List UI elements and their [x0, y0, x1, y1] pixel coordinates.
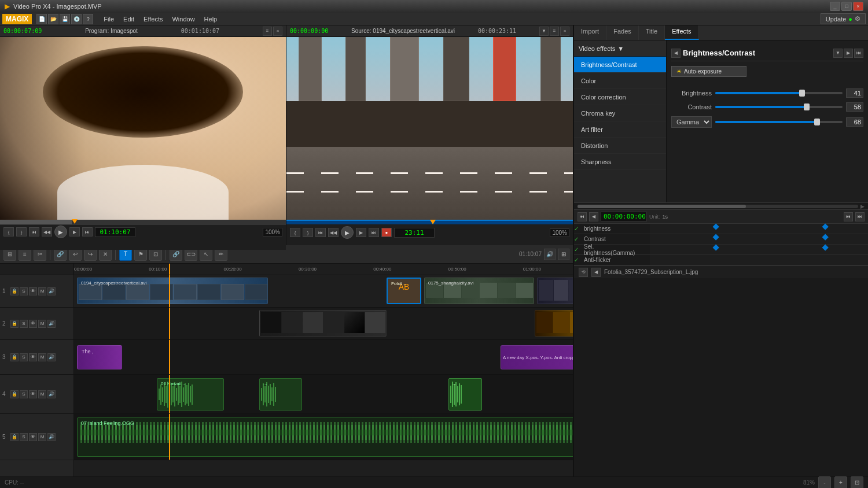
- prog-next-clip[interactable]: ⏭: [82, 227, 93, 236]
- clip-escalator[interactable]: [259, 310, 387, 337]
- src-next-frame[interactable]: ▶: [356, 228, 366, 237]
- track3-lock[interactable]: 🔒: [10, 353, 19, 361]
- tab-import[interactable]: Import: [574, 25, 606, 40]
- menu-edit[interactable]: Edit: [119, 14, 139, 24]
- bc-play-btn[interactable]: ▶: [844, 49, 853, 58]
- update-button[interactable]: Update ● ⚙: [821, 13, 866, 24]
- prog-next-frame[interactable]: ▶: [69, 227, 80, 236]
- track3-M[interactable]: M: [38, 353, 46, 361]
- open-icon[interactable]: 📂: [48, 14, 58, 24]
- track5-lock[interactable]: 🔒: [10, 433, 19, 441]
- track5-M[interactable]: M: [38, 433, 46, 441]
- effects-scrollbar[interactable]: ▶: [574, 202, 868, 209]
- eff-color-correction[interactable]: Color correction: [574, 89, 666, 105]
- source-arrow-btn[interactable]: ▼: [539, 27, 549, 36]
- eff-art-filter[interactable]: Art filter: [574, 121, 666, 138]
- track2-audio[interactable]: 🔊: [47, 320, 56, 328]
- auto-exposure-button[interactable]: ☀ Auto-exposure: [671, 66, 746, 77]
- clip-airport[interactable]: [535, 310, 573, 337]
- tab-fades[interactable]: Fades: [606, 25, 639, 40]
- clip-audio-3[interactable]: ...: [448, 378, 482, 411]
- kf-diamond-2[interactable]: [822, 224, 828, 230]
- prog-rev[interactable]: ◀◀: [42, 227, 52, 236]
- clip-title-the[interactable]: The ,: [77, 345, 122, 369]
- src-record[interactable]: ●: [381, 228, 392, 237]
- clip-0175b[interactable]: [537, 278, 573, 304]
- program-play-button[interactable]: ▶: [54, 225, 67, 238]
- tab-effects[interactable]: Effects: [665, 25, 698, 40]
- track4-lock[interactable]: 🔒: [10, 390, 19, 398]
- kf-diamond-6[interactable]: [822, 245, 828, 251]
- track4-S[interactable]: S: [20, 390, 28, 398]
- track2-eye[interactable]: 👁: [29, 320, 37, 328]
- src-next-clip[interactable]: ⏭: [369, 228, 379, 237]
- track5-S[interactable]: S: [20, 433, 28, 441]
- clip-fotoli[interactable]: Fotoli... AB: [387, 278, 421, 304]
- src-tc-end[interactable]: }: [303, 228, 313, 237]
- contrast-slider[interactable]: [715, 106, 843, 108]
- track2-S[interactable]: S: [20, 320, 28, 328]
- track1-eye[interactable]: 👁: [29, 287, 37, 295]
- kf-next-keyframe[interactable]: ⏭: [855, 212, 865, 221]
- menu-help[interactable]: Help: [200, 14, 222, 24]
- track3-audio[interactable]: 🔊: [47, 353, 56, 361]
- track5-eye[interactable]: 👁: [29, 433, 37, 441]
- track3-eye[interactable]: 👁: [29, 353, 37, 361]
- eff-color[interactable]: Color: [574, 73, 666, 89]
- clip-island-feeling[interactable]: 07 Island Feeling.OGG: [77, 417, 573, 457]
- clip-0194[interactable]: 0194_cityscapestreetvertical.avi: [77, 278, 268, 304]
- prog-tc-start[interactable]: {: [3, 227, 14, 236]
- track1-S[interactable]: S: [20, 287, 28, 295]
- track4-audio[interactable]: 🔊: [47, 390, 56, 398]
- tab-title[interactable]: Title: [639, 25, 665, 40]
- zoom-in-btn[interactable]: +: [834, 476, 847, 489]
- close-button[interactable]: ×: [853, 2, 863, 11]
- menu-window[interactable]: Window: [167, 14, 199, 24]
- eff-sharpness[interactable]: Sharpness: [574, 154, 666, 170]
- prog-prev[interactable]: ⏮: [29, 227, 39, 236]
- clip-overlay[interactable]: A new day X-pos. Y-pos. Anti cropping: [501, 345, 573, 369]
- kf-timeline-antiflicker[interactable]: [650, 255, 868, 265]
- source-close-btn[interactable]: ×: [560, 27, 569, 36]
- video-effects-header[interactable]: Video effects ▼: [574, 40, 666, 57]
- menu-file[interactable]: File: [99, 14, 119, 24]
- src-tc-start[interactable]: {: [290, 228, 300, 237]
- brightness-slider[interactable]: [715, 92, 843, 94]
- kf-diamond-1[interactable]: [713, 224, 719, 230]
- src-prev[interactable]: ⏮: [315, 228, 326, 237]
- src-rev[interactable]: ◀◀: [328, 228, 339, 237]
- snap-icon[interactable]: ⊞: [558, 249, 569, 260]
- zoom-out-btn[interactable]: -: [818, 476, 831, 489]
- menu-effects[interactable]: Effects: [139, 14, 167, 24]
- bc-dropdown-btn[interactable]: ▼: [833, 49, 843, 58]
- eff-chroma-key[interactable]: Chroma key: [574, 105, 666, 121]
- clip-0175[interactable]: 0175_shanghaicity.avi: [424, 278, 534, 304]
- new-icon[interactable]: 📄: [36, 14, 47, 24]
- kf-diamond-5[interactable]: [713, 245, 719, 251]
- kf-timeline-gamma[interactable]: [650, 245, 868, 254]
- bc-prev-btn[interactable]: ⏮: [854, 49, 863, 58]
- track1-audio[interactable]: 🔊: [47, 287, 56, 295]
- maximize-button[interactable]: □: [841, 2, 852, 11]
- clip-audio-hawaii[interactable]: 06 Hawaii...: [157, 378, 224, 411]
- track2-lock[interactable]: 🔒: [10, 320, 19, 328]
- track1-M[interactable]: M: [38, 287, 46, 295]
- bc-back-btn[interactable]: ◀: [671, 49, 681, 58]
- kf-footer-btn2[interactable]: ◀: [591, 268, 601, 277]
- kf-nav-btn[interactable]: ⏮: [578, 212, 587, 221]
- gamma-slider[interactable]: [715, 121, 843, 123]
- eff-distortion[interactable]: Distortion: [574, 138, 666, 154]
- kf-footer-btn1[interactable]: ⟲: [579, 268, 588, 277]
- kf-diamond-4[interactable]: [822, 234, 828, 241]
- program-close-btn[interactable]: ×: [273, 27, 282, 36]
- source-play-button[interactable]: ▶: [341, 226, 354, 239]
- burn-icon[interactable]: 💿: [71, 14, 82, 24]
- gamma-select[interactable]: Gamma Linear: [671, 116, 712, 128]
- fullscreen-btn[interactable]: ⊡: [851, 476, 863, 489]
- help-icon[interactable]: ?: [83, 14, 93, 24]
- clip-audio-2[interactable]: ...: [259, 378, 302, 411]
- track4-eye[interactable]: 👁: [29, 390, 37, 398]
- track5-audio[interactable]: 🔊: [47, 433, 56, 441]
- vol-icon[interactable]: 🔊: [544, 249, 556, 260]
- track4-M[interactable]: M: [38, 390, 46, 398]
